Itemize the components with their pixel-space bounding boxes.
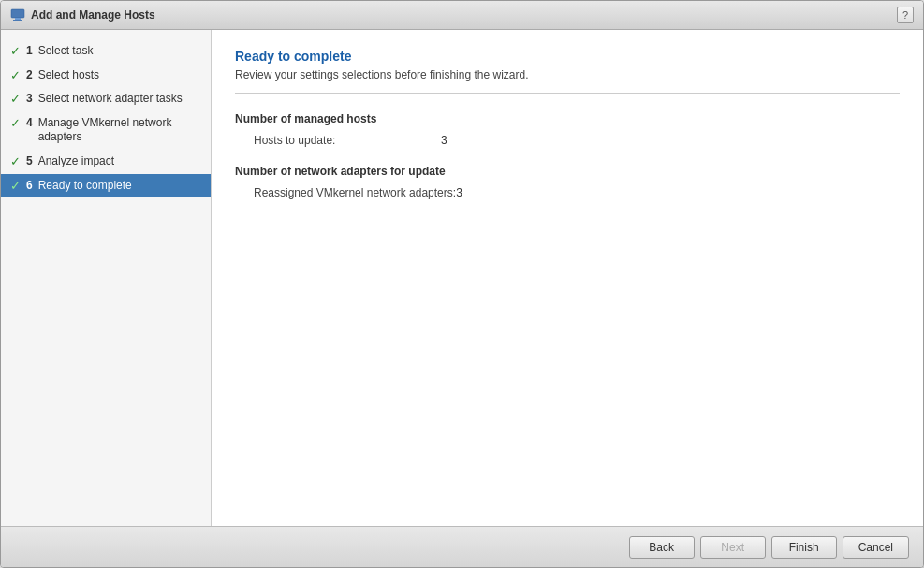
check-icon-select-task: ✓ xyxy=(10,44,21,58)
hosts-to-update-label: Hosts to update: xyxy=(254,134,441,147)
reassigned-adapters-row: Reassigned VMkernel network adapters: 3 xyxy=(235,183,900,202)
section-managed-hosts: Number of managed hosts Hosts to update:… xyxy=(235,112,900,150)
sidebar-item-ready-to-complete[interactable]: ✓6Ready to complete xyxy=(1,174,211,198)
sidebar-item-label-select-hosts: Select hosts xyxy=(38,68,99,83)
dialog-icon xyxy=(10,7,25,22)
divider xyxy=(235,93,900,94)
title-bar: Add and Manage Hosts ? xyxy=(1,1,923,30)
svg-rect-0 xyxy=(11,9,24,18)
footer: Back Next Finish Cancel xyxy=(1,526,923,567)
check-icon-select-network-adapter-tasks: ✓ xyxy=(10,92,21,106)
sidebar-item-num-select-hosts: 2 xyxy=(26,68,33,81)
section-network-adapters: Number of network adapters for update Re… xyxy=(235,165,900,202)
check-icon-select-hosts: ✓ xyxy=(10,68,21,82)
sidebar-item-label-select-task: Select task xyxy=(38,44,94,59)
section-managed-hosts-title: Number of managed hosts xyxy=(235,112,900,125)
check-icon-manage-vmkernel-network-adapters: ✓ xyxy=(10,116,21,130)
sidebar-item-select-network-adapter-tasks[interactable]: ✓3Select network adapter tasks xyxy=(1,87,211,111)
sidebar-item-num-analyze-impact: 5 xyxy=(26,154,33,167)
title-bar-left: Add and Manage Hosts xyxy=(10,7,155,22)
main-subtitle: Review your settings selections before f… xyxy=(235,68,900,81)
sidebar-item-manage-vmkernel-network-adapters[interactable]: ✓4Manage VMkernel network adapters xyxy=(1,111,211,150)
hosts-to-update-value: 3 xyxy=(441,134,447,147)
sidebar-item-select-hosts[interactable]: ✓2Select hosts xyxy=(1,64,211,88)
reassigned-adapters-label: Reassigned VMkernel network adapters: xyxy=(254,186,456,199)
sidebar-item-num-manage-vmkernel-network-adapters: 4 xyxy=(26,116,33,129)
help-button[interactable]: ? xyxy=(897,7,914,23)
main-panel: Ready to complete Review your settings s… xyxy=(212,30,923,526)
content-area: ✓1Select task✓2Select hosts✓3Select netw… xyxy=(1,30,923,526)
sidebar-item-analyze-impact[interactable]: ✓5Analyze impact xyxy=(1,150,211,174)
sidebar-item-label-select-network-adapter-tasks: Select network adapter tasks xyxy=(38,92,183,107)
sidebar-item-num-select-task: 1 xyxy=(26,44,33,57)
check-icon-analyze-impact: ✓ xyxy=(10,154,21,168)
svg-rect-2 xyxy=(13,20,22,21)
cancel-button[interactable]: Cancel xyxy=(843,536,909,559)
sidebar: ✓1Select task✓2Select hosts✓3Select netw… xyxy=(1,30,212,526)
dialog: Add and Manage Hosts ? ✓1Select task✓2Se… xyxy=(0,0,924,568)
next-button[interactable]: Next xyxy=(700,536,766,559)
sidebar-item-label-analyze-impact: Analyze impact xyxy=(38,154,114,169)
sidebar-item-num-ready-to-complete: 6 xyxy=(26,179,33,192)
sidebar-item-label-manage-vmkernel-network-adapters: Manage VMkernel network adapters xyxy=(38,116,203,145)
sidebar-item-label-ready-to-complete: Ready to complete xyxy=(38,179,132,194)
section-network-adapters-title: Number of network adapters for update xyxy=(235,165,900,178)
sidebar-item-num-select-network-adapter-tasks: 3 xyxy=(26,92,33,105)
back-button[interactable]: Back xyxy=(629,536,695,559)
reassigned-adapters-value: 3 xyxy=(456,186,462,199)
finish-button[interactable]: Finish xyxy=(771,536,837,559)
dialog-title: Add and Manage Hosts xyxy=(31,8,155,22)
check-icon-ready-to-complete: ✓ xyxy=(10,179,21,193)
svg-rect-1 xyxy=(15,18,21,20)
hosts-to-update-row: Hosts to update: 3 xyxy=(235,131,900,150)
sidebar-item-select-task[interactable]: ✓1Select task xyxy=(1,39,211,64)
main-title: Ready to complete xyxy=(235,49,900,64)
